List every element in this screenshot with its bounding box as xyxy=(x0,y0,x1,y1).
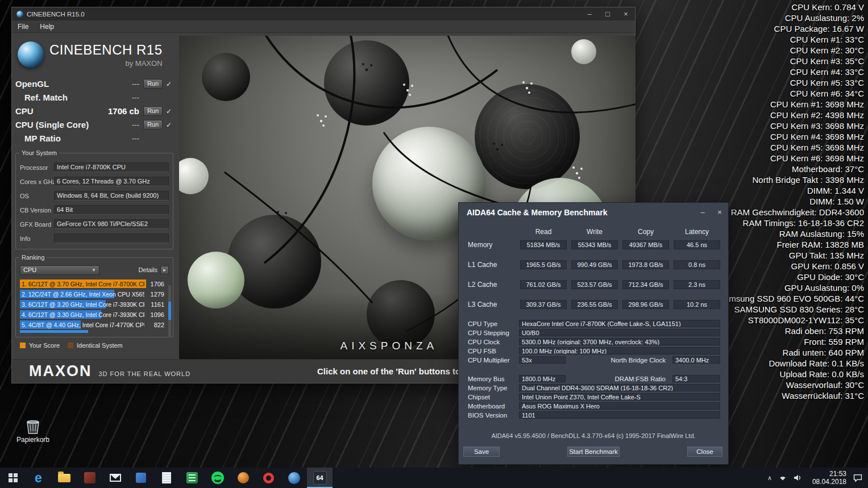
logo-title: CINEBENCH R15 xyxy=(49,42,163,58)
system-field-value: 6 Cores, 12 Threads @ 3.70 GHz xyxy=(54,177,169,186)
info-value-field: U0/B0 xyxy=(519,329,720,336)
benchmark-row: CPU1706 cbRun✓ xyxy=(15,104,173,118)
save-button[interactable]: Save xyxy=(463,447,500,457)
aida64-titlebar[interactable]: AIDA64 Cache & Memory Benchmark – × xyxy=(459,203,728,222)
ranking-legend: Your Score Identical System xyxy=(20,342,173,349)
bench-row: L3 Cache309.37 GB/s236.55 GB/s298.96 GB/… xyxy=(468,300,720,309)
taskbar-clock[interactable]: 21:53 08.04.2018 xyxy=(812,470,846,486)
benchmark-label: CPU (Single Core) xyxy=(15,120,106,130)
info-row: CPU Clock5300.0 MHz (original: 3700 MHz,… xyxy=(468,338,720,345)
close-button[interactable]: × xyxy=(711,204,728,221)
info-value-field: Intel Union Point Z370, Intel Coffee Lak… xyxy=(519,393,720,401)
menu-file[interactable]: File xyxy=(12,23,34,31)
details-button[interactable]: ▸ xyxy=(160,266,169,274)
taskbar-icon-spotify[interactable] xyxy=(205,468,230,488)
bench-value-field: 298.96 GB/s xyxy=(622,300,669,309)
taskbar-icon-strip: e64 xyxy=(0,468,333,488)
recycle-bin-icon xyxy=(26,418,40,435)
benchmark-label: MP Ratio xyxy=(15,134,106,143)
bench-value-field: 55343 MB/s xyxy=(571,240,618,249)
aida64-content: ReadWriteCopyLatency Memory51834 MB/s553… xyxy=(468,222,720,464)
sensor-readout: Radi unten: 640 RPM xyxy=(719,347,864,358)
volume-icon[interactable] xyxy=(794,474,802,481)
sensor-readout: CPU Kern #5: 3698 MHz xyxy=(719,142,864,153)
maximize-button[interactable]: □ xyxy=(599,7,617,20)
aida64-icon: 64 xyxy=(313,471,327,485)
sensor-readout: ST8000DM002-1YW112: 35°C xyxy=(719,315,864,326)
run-button[interactable]: Run xyxy=(143,106,163,116)
recycle-bin[interactable]: Papierkorb xyxy=(15,418,51,444)
bench-value-field: 761.02 GB/s xyxy=(520,280,567,289)
info-value-field: 1800.0 MHz xyxy=(519,375,566,382)
taskbar-icon-mail[interactable] xyxy=(102,468,128,488)
action-center-icon[interactable] xyxy=(853,474,862,482)
cinebench-titlebar[interactable]: CINEBENCH R15.0 – □ × xyxy=(12,7,635,20)
benchmark-table: Memory51834 MB/s55343 MB/s49367 MB/s46.5… xyxy=(468,240,720,309)
run-button[interactable]: Run xyxy=(143,120,163,130)
info-row: CPU TypeHexaCore Intel Core i7-8700K (Co… xyxy=(468,320,720,327)
minimize-button[interactable]: – xyxy=(694,204,711,221)
taskbar-icon-start[interactable] xyxy=(0,468,26,488)
ranking-row[interactable]: 5. 4C/8T @ 4.40 GHz, Intel Core i7-4770K… xyxy=(20,320,161,330)
bench-value-field: 51834 MB/s xyxy=(520,240,567,249)
sensor-readout: Download Rate: 0.1 KB/s xyxy=(719,358,864,369)
minimize-button[interactable]: – xyxy=(580,7,599,20)
info-row-label: DRAM:FSB Ratio xyxy=(568,376,670,382)
close-button[interactable]: × xyxy=(617,7,635,20)
taskbar-icon-file-explorer[interactable] xyxy=(51,468,77,488)
ranking-row[interactable]: 4. 6C/12T @ 3.30 GHz, Intel Core i7-3930… xyxy=(20,310,161,320)
taskbar-icon-app-blue[interactable] xyxy=(128,468,153,488)
sensor-readout: CPU Kern #4: 33°C xyxy=(719,66,864,77)
your-system-title: Your System xyxy=(19,149,59,156)
ranking-scrollbar[interactable] xyxy=(168,285,171,337)
system-field-value: Windows 8, 64 Bit, Core (build 9200) xyxy=(54,191,169,201)
info-row-label: CPU Stepping xyxy=(468,329,517,336)
bench-value-field: 2.3 ns xyxy=(674,280,720,289)
taskbar-icon-app-orange[interactable] xyxy=(230,468,256,488)
ranking-row-score: 1279 xyxy=(151,291,164,298)
system-info-row: OSWindows 8, 64 Bit, Core (build 9200) xyxy=(20,189,169,203)
close-button[interactable]: Close xyxy=(687,447,722,457)
bench-value-field: 309.37 GB/s xyxy=(520,300,567,309)
sensor-readout: CPU Package: 16.67 W xyxy=(719,23,864,34)
your-system-panel: Your System ProcessorIntel Core i7-8700K… xyxy=(15,153,173,249)
menu-help[interactable]: Help xyxy=(34,23,60,31)
info-value-field: Dual Channel DDR4-3600 SDRAM (16-18-18-3… xyxy=(519,384,720,391)
ranking-row[interactable]: 3. 6C/12T @ 3.20 GHz, Intel Core i7-3930… xyxy=(20,299,161,310)
taskbar-icon-opera[interactable] xyxy=(256,468,281,488)
benchmark-value: --- xyxy=(106,80,142,88)
taskbar-icon-aida64[interactable]: 64 xyxy=(307,468,333,488)
ranking-list: 1. 6C/12T @ 3.70 GHz, Intel Core i7-8700… xyxy=(20,279,169,330)
taskbar-icon-edge[interactable]: e xyxy=(26,468,51,488)
info-row-label: BIOS Version xyxy=(468,412,517,419)
clock-time: 21:53 xyxy=(812,470,846,478)
taskbar-icon-sheets-green[interactable] xyxy=(179,468,205,488)
tray-expand-icon[interactable]: ∧ xyxy=(767,474,772,482)
your-score-swatch xyxy=(20,343,26,348)
bench-value-field: 1965.5 GB/s xyxy=(520,260,567,269)
sheets-green-icon xyxy=(186,472,198,483)
identical-system-swatch xyxy=(68,343,73,348)
taskbar-icon-browser-blue[interactable] xyxy=(281,468,307,488)
ranking-dropdown-value: CPU xyxy=(23,266,36,273)
scrollbar-thumb[interactable] xyxy=(168,302,171,319)
ranking-row[interactable]: 1. 6C/12T @ 3.70 GHz, Intel Core i7-8700… xyxy=(20,279,161,289)
info-row-label: CPU Clock xyxy=(468,339,517,345)
start-benchmark-button[interactable]: Start Benchmark xyxy=(567,447,620,457)
taskbar-icon-app-maroon[interactable] xyxy=(77,468,102,488)
logo-subtitle: by MAXON xyxy=(49,59,163,68)
spotify-icon xyxy=(211,472,224,484)
ranking-row[interactable]: 2. 12C/24T @ 2.66 GHz, Intel Xeon CPU X5… xyxy=(20,289,161,299)
network-icon[interactable] xyxy=(779,474,787,481)
identical-system-label: Identical System xyxy=(77,342,123,349)
ranking-category-dropdown[interactable]: CPU ▼ xyxy=(20,265,99,275)
your-score-label: Your Score xyxy=(29,342,60,349)
bench-row: L1 Cache1965.5 GB/s990.49 GB/s1973.8 GB/… xyxy=(468,260,720,269)
benchmark-score-list: OpenGL---Run✓Ref. Match---CPU1706 cbRun✓… xyxy=(15,77,173,145)
run-button[interactable]: Run xyxy=(143,79,163,89)
check-icon: ✓ xyxy=(166,107,172,115)
taskbar-icon-notepad[interactable] xyxy=(153,468,179,488)
check-icon: ✓ xyxy=(166,121,172,129)
sensor-readout: Freier RAM: 13828 MB xyxy=(719,239,864,250)
system-field-value: Intel Core i7-8700K CPU xyxy=(54,162,169,172)
